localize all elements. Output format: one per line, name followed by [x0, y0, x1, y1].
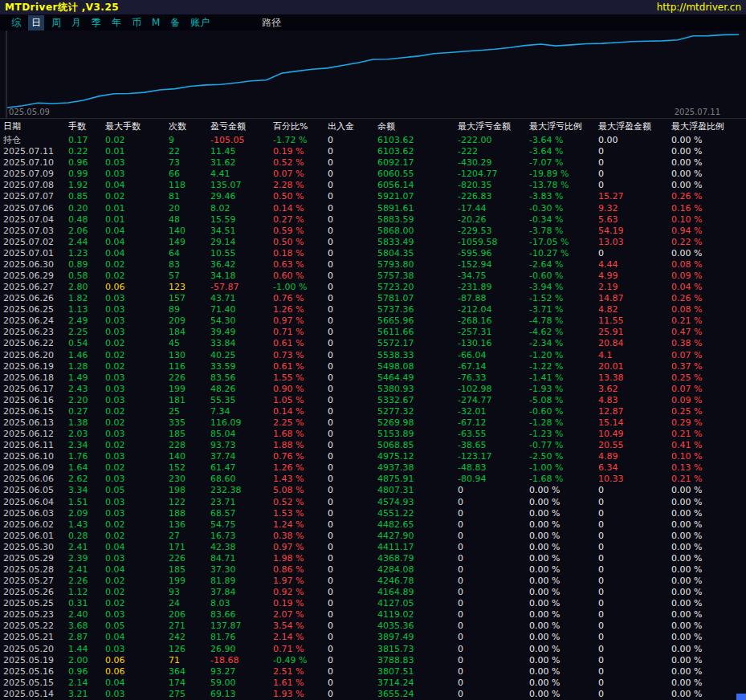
table-row[interactable]: 2025.05.232.400.0320683.662.07 %04119.02…: [0, 609, 746, 621]
table-row[interactable]: 2025.06.242.490.0320954.300.97 %05665.96…: [0, 315, 746, 327]
table-row[interactable]: 2025.05.201.440.0312626.900.71 %03815.73…: [0, 644, 746, 655]
menu-item-日[interactable]: 日: [28, 15, 44, 31]
table-row[interactable]: 2025.06.220.540.024533.840.61 %05572.17-…: [0, 338, 746, 349]
table-row[interactable]: 2025.06.290.580.025734.180.60 %05757.38-…: [0, 271, 746, 282]
cell: 57: [169, 271, 210, 282]
table-row[interactable]: 2025.07.040.480.014815.590.27 %05883.59-…: [0, 214, 746, 226]
column-header-0[interactable]: 日期: [3, 119, 68, 135]
table-row[interactable]: 2025.07.100.960.037331.620.52 %06092.17-…: [0, 157, 746, 169]
column-header-2[interactable]: 最大手数: [105, 119, 169, 135]
table-row[interactable]: 2025.06.272.800.06123-57.87-1.00 %05723.…: [0, 282, 746, 293]
cell: 2025.06.04: [3, 497, 68, 508]
column-header-5[interactable]: 百分比%: [273, 119, 328, 135]
cell: 0.86 %: [273, 564, 328, 576]
cell: 0: [598, 598, 671, 609]
table-row[interactable]: 2025.06.062.620.0323068.601.43 %04875.91…: [0, 474, 746, 485]
table-row[interactable]: 2025.07.070.850.028129.460.50 %05921.07-…: [0, 191, 746, 202]
table-row[interactable]: 2025.07.032.060.0414034.510.59 %05868.00…: [0, 226, 746, 237]
menu-item-path[interactable]: 路径: [259, 15, 284, 31]
table-row[interactable]: 2025.05.250.310.02248.030.19 %04127.0500…: [0, 598, 746, 609]
column-header-10[interactable]: 最大浮盈金额: [598, 119, 671, 135]
table-row[interactable]: 2025.06.091.640.0215261.471.26 %04937.38…: [0, 462, 746, 474]
table-row[interactable]: 2025.05.302.410.0417142.380.97 %04411.17…: [0, 542, 746, 553]
cell: 5572.17: [377, 338, 458, 349]
menu-item-M[interactable]: M: [149, 16, 163, 29]
cell: 2025.05.16: [3, 666, 68, 678]
table-row[interactable]: 2025.05.223.680.05271137.873.54 %04035.3…: [0, 621, 746, 632]
cell: 54.19: [598, 226, 671, 237]
column-header-4[interactable]: 盈亏金额: [210, 119, 273, 135]
equity-chart: 025.05.09 2025.07.11: [0, 31, 746, 119]
table-row[interactable]: 2025.05.292.390.0322684.711.98 %04368.79…: [0, 553, 746, 564]
table-row[interactable]: 2025.05.261.120.029337.840.92 %04164.890…: [0, 587, 746, 598]
cell: -130.16: [458, 338, 529, 349]
cell: 0: [328, 180, 377, 191]
column-header-7[interactable]: 余额: [377, 119, 458, 135]
menu-item-月[interactable]: 月: [68, 15, 84, 31]
table-row[interactable]: 2025.05.152.140.0417459.001.61 %03714.24…: [0, 678, 746, 689]
table-row[interactable]: 2025.06.131.380.02335116.092.25 %05269.9…: [0, 417, 746, 429]
table-row[interactable]: 2025.07.090.990.03664.410.07 %06060.55-1…: [0, 169, 746, 180]
table-row[interactable]: 2025.05.282.410.0418537.300.86 %04284.08…: [0, 564, 746, 576]
table-row[interactable]: 2025.06.010.280.022716.730.38 %04427.900…: [0, 531, 746, 542]
table-row[interactable]: 2025.06.172.430.0319948.260.90 %05380.93…: [0, 384, 746, 395]
table-row[interactable]: 2025.06.232.250.0318439.490.71 %05611.66…: [0, 327, 746, 338]
menu-item-年[interactable]: 年: [108, 15, 124, 31]
table-row[interactable]: 2025.07.081.920.04118135.072.28 %06056.1…: [0, 180, 746, 191]
table-row[interactable]: 2025.07.022.440.0414929.140.50 %05833.49…: [0, 237, 746, 248]
table-row[interactable]: 2025.07.011.230.046410.550.18 %05804.35-…: [0, 248, 746, 259]
table-row[interactable]: 2025.06.032.090.0318868.571.53 %04551.22…: [0, 508, 746, 519]
table-row[interactable]: 2025.05.212.870.0424281.762.14 %03897.49…: [0, 632, 746, 643]
column-header-9[interactable]: 最大浮亏比例: [529, 119, 598, 135]
cell: 0: [458, 689, 529, 700]
menu-item-备[interactable]: 备: [167, 15, 183, 31]
cell: 0: [598, 497, 671, 508]
table-row[interactable]: 2025.06.021.430.0213654.751.24 %04482.65…: [0, 519, 746, 531]
column-header-1[interactable]: 手数: [68, 119, 105, 135]
column-header-8[interactable]: 最大浮亏金额: [458, 119, 529, 135]
cell: 228: [169, 440, 210, 451]
table-row[interactable]: 2025.06.041.510.0312223.710.52 %04574.93…: [0, 497, 746, 508]
table-row[interactable]: 2025.05.192.000.0671-18.68-0.49 %03788.8…: [0, 655, 746, 666]
table-row[interactable]: 2025.05.160.960.0636493.272.51 %03807.51…: [0, 666, 746, 678]
table-row[interactable]: 2025.06.150.270.02257.340.14 %05277.32-3…: [0, 406, 746, 417]
cell: 0.02: [105, 350, 169, 361]
cell: 2025.05.22: [3, 621, 68, 632]
cell: 16.73: [210, 531, 273, 542]
menu-item-账户[interactable]: 账户: [187, 15, 213, 31]
table-row[interactable]: 2025.06.112.340.0222893.731.88 %05068.85…: [0, 440, 746, 451]
cell: 0.00 %: [671, 497, 746, 508]
table-row[interactable]: 2025.06.300.890.028336.420.63 %05793.80-…: [0, 259, 746, 271]
cell: -3.94 %: [529, 282, 598, 293]
menu-item-综[interactable]: 综: [8, 15, 24, 31]
table-row[interactable]: 2025.06.261.820.0315743.710.76 %05781.07…: [0, 293, 746, 304]
table-row[interactable]: 2025.06.201.460.0213040.250.73 %05538.33…: [0, 349, 746, 360]
app-url-link[interactable]: http://mtdriver.cn: [657, 2, 741, 13]
table-row[interactable]: 2025.07.060.200.01208.020.14 %05891.61-1…: [0, 202, 746, 214]
column-header-3[interactable]: 次数: [169, 119, 210, 135]
cell: 0.00 %: [671, 689, 746, 700]
scroll-corner[interactable]: [736, 694, 746, 700]
table-row[interactable]: 2025.06.053.340.05198232.385.08 %04807.3…: [0, 485, 746, 496]
table-row[interactable]: 2025.06.162.200.0318155.351.05 %05332.67…: [0, 395, 746, 406]
table-row[interactable]: 2025.06.191.280.0211633.590.61 %05498.08…: [0, 361, 746, 372]
cell: 6060.55: [377, 169, 458, 180]
table-row[interactable]: 2025.05.143.210.0327569.131.93 %03655.24…: [0, 689, 746, 700]
table-row[interactable]: 持仓0.170.029-105.05-1.72 %06103.62-222.00…: [0, 135, 746, 146]
cell: 1.82: [68, 293, 105, 304]
table-row[interactable]: 2025.06.101.760.0314037.740.76 %04975.12…: [0, 451, 746, 462]
menu-item-季[interactable]: 季: [88, 15, 104, 31]
cell: 1.38: [68, 417, 105, 429]
table-row[interactable]: 2025.06.122.030.0318585.041.68 %05153.89…: [0, 429, 746, 440]
menu-item-币[interactable]: 币: [128, 15, 145, 31]
table-row[interactable]: 2025.07.110.220.012211.450.19 %06103.62-…: [0, 146, 746, 157]
column-header-11[interactable]: 最大浮盈比例: [671, 119, 746, 135]
cell: 4164.89: [377, 587, 458, 598]
table-row[interactable]: 2025.06.251.130.038971.401.26 %05737.36-…: [0, 304, 746, 315]
table-row[interactable]: 2025.05.272.260.0219981.891.97 %04246.78…: [0, 576, 746, 587]
table-row[interactable]: 2025.06.181.490.0322683.561.55 %05464.49…: [0, 372, 746, 384]
column-header-6[interactable]: 出入金: [328, 119, 377, 135]
menu-item-周[interactable]: 周: [48, 15, 64, 31]
cell: -102.98: [458, 384, 529, 395]
cell: 15.27: [598, 191, 671, 202]
